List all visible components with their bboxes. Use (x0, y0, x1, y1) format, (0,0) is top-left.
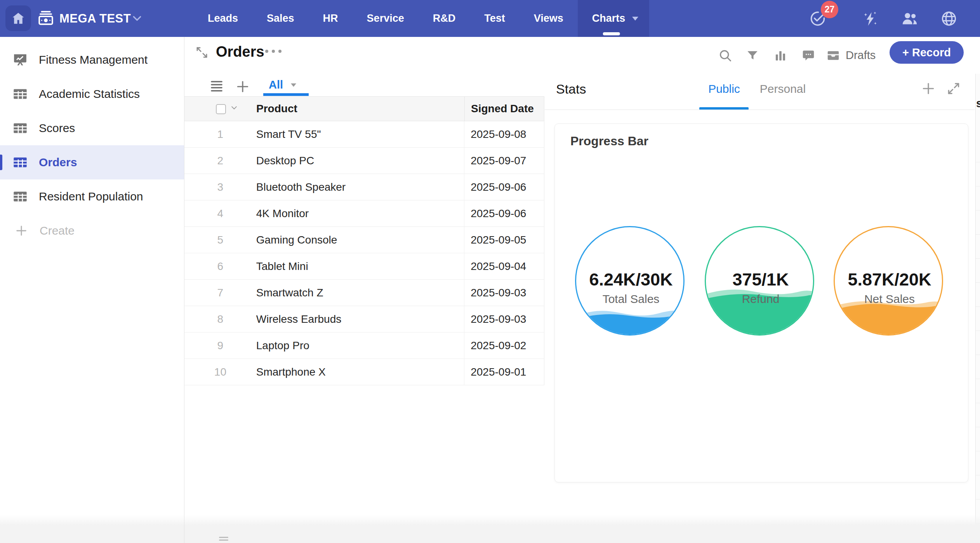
cell-product[interactable]: 4K Monitor (256, 200, 464, 226)
language-button[interactable] (940, 10, 957, 27)
nav-tab-service[interactable]: Service (353, 0, 419, 37)
sidebar-item-orders[interactable]: Orders (0, 145, 184, 179)
nav-tab-hr[interactable]: HR (309, 0, 353, 37)
notification-badge[interactable]: 27 (821, 1, 838, 18)
drafts-button[interactable]: Drafts (826, 37, 876, 74)
gauge-refund[interactable]: 375/1K Refund (705, 226, 814, 336)
row-index: 6 (184, 253, 256, 279)
cell-signed-date[interactable]: 2025-09-05 (464, 227, 544, 253)
table-row[interactable]: 5Gaming Console2025-09-05 (184, 227, 544, 253)
sidebar-create-button[interactable]: Create (0, 214, 184, 248)
header-chevron-down-icon[interactable] (230, 105, 238, 112)
nav-tab-test[interactable]: Test (470, 0, 520, 37)
presentation-chart-icon (12, 52, 28, 68)
plus-icon (235, 79, 250, 94)
table-options-menu[interactable] (265, 50, 281, 53)
home-icon (11, 11, 26, 26)
workspace-name[interactable]: MEGA TEST (59, 0, 131, 37)
cell-product[interactable]: Bluetooth Speaker (256, 174, 464, 200)
table-body: 1Smart TV 55"2025-09-08 2Desktop PC2025-… (184, 121, 544, 385)
table-row[interactable]: 9Laptop Pro2025-09-02 (184, 332, 544, 359)
expand-table-button[interactable] (195, 46, 209, 61)
sidebar-item-resident-population[interactable]: Resident Population (0, 179, 184, 214)
cell-signed-date[interactable]: 2025-09-07 (464, 148, 544, 174)
cell-product[interactable]: Tablet Mini (256, 253, 464, 279)
stats-tab-personal[interactable]: Personal (756, 82, 809, 96)
stats-tab-public[interactable]: Public (700, 82, 748, 96)
cell-product[interactable]: Smart TV 55" (256, 121, 464, 147)
cell-signed-date[interactable]: 2025-09-01 (464, 359, 544, 385)
plus-icon (921, 81, 936, 96)
table-row[interactable]: 10Smartphone X2025-09-01 (184, 359, 544, 385)
select-all-checkbox[interactable] (216, 104, 226, 114)
cell-product[interactable]: Laptop Pro (256, 332, 464, 359)
row-index: 7 (184, 280, 256, 306)
workspace-chevron-down-icon[interactable] (131, 14, 143, 25)
view-list-button[interactable] (210, 80, 224, 94)
nav-tab-rd[interactable]: R&D (419, 0, 470, 37)
expand-arrows-icon (946, 81, 961, 96)
cell-product[interactable]: Wireless Earbuds (256, 306, 464, 332)
gauge-label: Total Sales (603, 292, 660, 306)
table-row[interactable]: 8Wireless Earbuds2025-09-03 (184, 306, 544, 332)
row-index: 8 (184, 306, 256, 332)
tasks-button[interactable]: 27 (809, 10, 826, 27)
cell-signed-date[interactable]: 2025-09-02 (464, 332, 544, 359)
view-tab-all[interactable]: All (269, 78, 298, 91)
people-icon (901, 10, 919, 28)
cell-product[interactable]: Desktop PC (256, 148, 464, 174)
comments-button[interactable] (801, 37, 816, 74)
collaborators-button[interactable] (901, 10, 919, 28)
expand-stats-button[interactable] (946, 81, 961, 97)
cell-signed-date[interactable]: 2025-09-04 (464, 253, 544, 279)
row-drag-handle[interactable] (219, 537, 228, 541)
gauge-total-sales[interactable]: 6.24K/30K Total Sales (575, 226, 685, 336)
automations-button[interactable] (862, 10, 879, 27)
home-button[interactable] (5, 5, 31, 31)
table-row[interactable]: 3Bluetooth Speaker2025-09-06 (184, 174, 544, 200)
search-icon (718, 49, 732, 63)
cell-signed-date[interactable]: 2025-09-08 (464, 121, 544, 147)
gauge-value: 6.24K/30K (589, 270, 672, 290)
add-chart-button[interactable] (921, 81, 936, 97)
drafts-label: Drafts (846, 49, 876, 62)
cell-signed-date[interactable]: 2025-09-03 (464, 280, 544, 306)
add-record-button[interactable]: + Record (890, 41, 964, 64)
sidebar-item-fitness-management[interactable]: Fitness Management (0, 43, 184, 77)
table-row[interactable]: 7Smartwatch Z2025-09-03 (184, 280, 544, 306)
sidebar-table-list: Fitness Management Academic Statistics S… (0, 43, 184, 248)
workspace-tabs: Leads Sales HR Service R&D Test Views Ch… (193, 0, 649, 37)
stats-header-divider (545, 110, 975, 110)
topbar-action-icons: 27 (809, 0, 957, 37)
search-button[interactable] (718, 37, 733, 74)
row-index: 9 (184, 332, 256, 359)
view-caret-down-icon (289, 82, 298, 88)
column-header-signed-date[interactable]: Signed Date (464, 96, 544, 121)
column-header-product[interactable]: Product (256, 103, 297, 115)
active-view-indicator (263, 93, 309, 96)
cell-product[interactable]: Gaming Console (256, 227, 464, 253)
cell-signed-date[interactable]: 2025-09-03 (464, 306, 544, 332)
cell-product[interactable]: Smartwatch Z (256, 280, 464, 306)
sidebar-item-academic-statistics[interactable]: Academic Statistics (0, 77, 184, 111)
nav-tab-leads[interactable]: Leads (193, 0, 252, 37)
charts-button[interactable] (773, 37, 788, 74)
plus-icon (15, 224, 28, 237)
table-row[interactable]: 1Smart TV 55"2025-09-08 (184, 121, 544, 148)
gauge-net-sales[interactable]: 5.87K/20K Net Sales (834, 226, 943, 336)
table-row[interactable]: 44K Monitor2025-09-06 (184, 200, 544, 227)
cell-signed-date[interactable]: 2025-09-06 (464, 174, 544, 200)
cell-product[interactable]: Smartphone X (256, 359, 464, 385)
add-view-button[interactable] (235, 79, 250, 96)
sidebar-item-label: Fitness Management (39, 53, 148, 66)
nav-tab-charts[interactable]: Charts (578, 0, 650, 37)
nav-tab-sales[interactable]: Sales (252, 0, 309, 37)
table-title[interactable]: Orders (216, 44, 264, 60)
table-row[interactable]: 2Desktop PC2025-09-07 (184, 148, 544, 174)
nav-tab-views[interactable]: Views (520, 0, 578, 37)
filter-button[interactable] (745, 37, 760, 74)
table-row[interactable]: 6Tablet Mini2025-09-04 (184, 253, 544, 280)
sidebar-item-label: Orders (39, 156, 77, 169)
cell-signed-date[interactable]: 2025-09-06 (464, 200, 544, 226)
sidebar-item-scores[interactable]: Scores (0, 111, 184, 145)
